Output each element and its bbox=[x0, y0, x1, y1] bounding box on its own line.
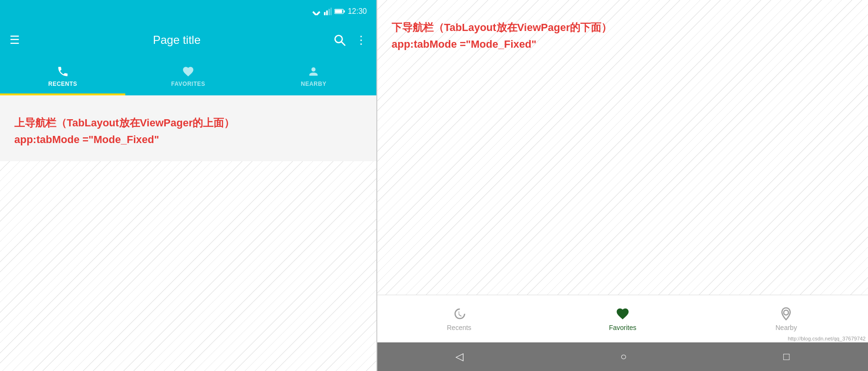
app-bar-title: Page title bbox=[30, 33, 324, 47]
tab-favorites-label: FAVORITES bbox=[171, 81, 205, 87]
android-nav-bar: ◁ ○ □ bbox=[377, 342, 868, 371]
left-line2: app:tabMode ="Mode_Fixed" bbox=[14, 131, 362, 148]
svg-rect-8 bbox=[335, 10, 342, 13]
heart-filled-icon bbox=[616, 307, 630, 321]
right-description-text: 下导航栏（TabLayout放在ViewPager的下面） app:tabMod… bbox=[392, 19, 854, 52]
tab-recents-label: RECENTS bbox=[48, 81, 77, 87]
left-panel: 12:30 ☰ Page title ⋮ RECENTS bbox=[0, 0, 376, 371]
bottom-tab-recents[interactable]: Recents bbox=[377, 307, 541, 331]
nav-back-button[interactable]: ◁ bbox=[455, 350, 464, 363]
svg-rect-5 bbox=[328, 9, 330, 15]
hamburger-icon[interactable]: ☰ bbox=[10, 33, 20, 47]
svg-rect-6 bbox=[331, 8, 332, 15]
bottom-tab-nearby[interactable]: Nearby bbox=[705, 307, 868, 331]
nav-home-button[interactable]: ○ bbox=[620, 350, 626, 363]
left-description: 上导航栏（TabLayout放在ViewPager的上面） app:tabMod… bbox=[0, 95, 376, 371]
bottom-tab-favorites-label: Favorites bbox=[609, 324, 636, 331]
bottom-tab-favorites[interactable]: Favorites bbox=[541, 307, 704, 331]
battery-icon bbox=[334, 8, 345, 15]
person-icon bbox=[307, 65, 320, 78]
tab-nearby[interactable]: NEARBY bbox=[251, 57, 376, 95]
heart-icon bbox=[182, 65, 194, 78]
bottom-tab-recents-label: Recents bbox=[447, 324, 471, 331]
left-line1: 上导航栏（TabLayout放在ViewPager的上面） bbox=[14, 114, 362, 131]
svg-line-11 bbox=[342, 42, 345, 45]
top-tab-bar: RECENTS FAVORITES NEARBY bbox=[0, 57, 376, 95]
tab-nearby-label: NEARBY bbox=[301, 81, 326, 87]
svg-rect-3 bbox=[324, 12, 325, 15]
svg-rect-9 bbox=[344, 10, 345, 13]
tab-favorites[interactable]: FAVORITES bbox=[125, 57, 251, 95]
status-icons: 12:30 bbox=[312, 7, 367, 16]
phone-icon bbox=[57, 65, 69, 78]
bottom-tab-nearby-label: Nearby bbox=[776, 324, 797, 331]
right-panel: 下导航栏（TabLayout放在ViewPager的下面） app:tabMod… bbox=[377, 0, 868, 371]
right-line1: 下导航栏（TabLayout放在ViewPager的下面） bbox=[392, 19, 854, 36]
history-icon bbox=[452, 307, 466, 321]
watermark: http://blog.csdn.net/qq_37679742 bbox=[788, 336, 866, 341]
search-icon[interactable] bbox=[333, 34, 346, 46]
phone-screen: 12:30 ☰ Page title ⋮ RECENTS bbox=[0, 0, 376, 95]
wifi-icon bbox=[312, 8, 321, 15]
svg-point-12 bbox=[312, 67, 316, 72]
nav-recent-button[interactable]: □ bbox=[783, 350, 789, 363]
more-icon[interactable]: ⋮ bbox=[355, 33, 367, 47]
app-bar: ☰ Page title ⋮ bbox=[0, 23, 376, 57]
signal-icon bbox=[324, 8, 332, 15]
status-bar: 12:30 bbox=[0, 0, 376, 23]
location-icon bbox=[779, 307, 793, 321]
left-description-text: 上导航栏（TabLayout放在ViewPager的上面） app:tabMod… bbox=[14, 114, 362, 148]
svg-rect-4 bbox=[326, 10, 328, 15]
svg-point-13 bbox=[784, 310, 788, 315]
right-line2: app:tabMode ="Mode_Fixed" bbox=[392, 36, 854, 52]
tab-recents[interactable]: RECENTS bbox=[0, 57, 125, 95]
bottom-tab-bar: Recents Favorites Nearby bbox=[377, 295, 868, 342]
status-time: 12:30 bbox=[348, 7, 367, 16]
